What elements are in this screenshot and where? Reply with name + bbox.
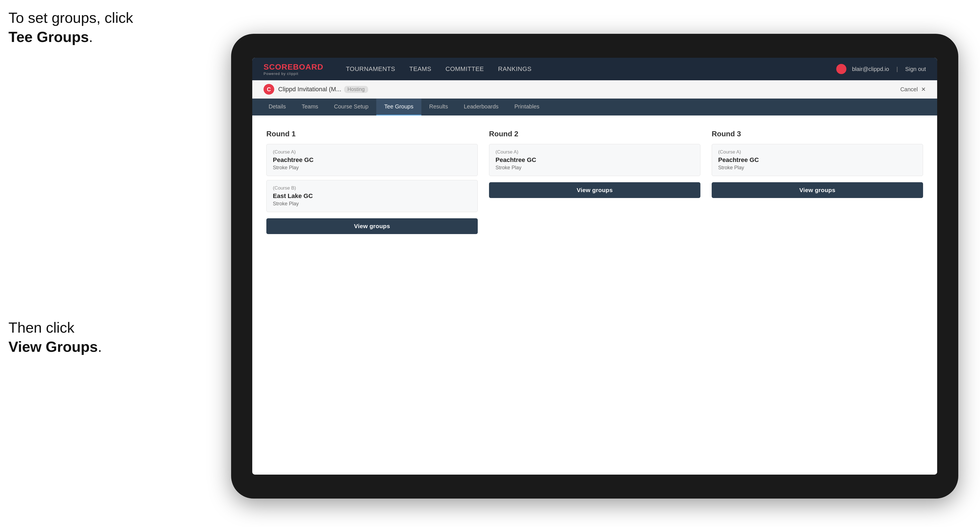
- round-2-title: Round 2: [489, 130, 700, 138]
- round-1-course-a-format: Stroke Play: [273, 165, 471, 171]
- tab-printables[interactable]: Printables: [506, 98, 547, 116]
- tab-results[interactable]: Results: [422, 98, 456, 116]
- round-3-course-a-format: Stroke Play: [718, 165, 916, 171]
- instruction-top: To set groups, click Tee Groups.: [8, 8, 133, 46]
- tab-tee-groups[interactable]: Tee Groups: [376, 98, 421, 116]
- round-1-course-b-name: East Lake GC: [273, 192, 471, 200]
- round-1-title: Round 1: [266, 130, 478, 138]
- round-3-course-a-card: (Course A) Peachtree GC Stroke Play: [712, 144, 923, 176]
- sign-out-link[interactable]: Sign out: [905, 66, 926, 72]
- round-1-course-b-format: Stroke Play: [273, 201, 471, 207]
- user-avatar: [836, 64, 846, 74]
- tournament-name: Clippd Invitational (M...: [278, 86, 341, 93]
- rounds-container: Round 1 (Course A) Peachtree GC Stroke P…: [266, 130, 923, 234]
- nav-committee[interactable]: COMMITTEE: [445, 65, 484, 73]
- nav-rankings[interactable]: RANKINGS: [498, 65, 531, 73]
- round-1-course-a-label: (Course A): [273, 149, 471, 155]
- instruction-bottom-period: .: [98, 338, 102, 355]
- tab-course-setup[interactable]: Course Setup: [326, 98, 376, 116]
- nav-tournaments[interactable]: TOURNAMENTS: [346, 65, 395, 73]
- round-3-course-a-name: Peachtree GC: [718, 156, 916, 163]
- round-2-course-a-format: Stroke Play: [495, 165, 694, 171]
- nav-right: blair@clippd.io | Sign out: [836, 64, 926, 74]
- user-email: blair@clippd.io: [852, 66, 889, 72]
- round-2-course-a-name: Peachtree GC: [495, 156, 694, 163]
- round-1-course-a-name: Peachtree GC: [273, 156, 471, 163]
- tablet-frame: SCOREBOARD Powered by clippit TOURNAMENT…: [231, 34, 958, 498]
- nav-links: TOURNAMENTS TEAMS COMMITTEE RANKINGS: [346, 65, 819, 73]
- round-2-course-a-card: (Course A) Peachtree GC Stroke Play: [489, 144, 700, 176]
- main-content: Round 1 (Course A) Peachtree GC Stroke P…: [252, 116, 937, 475]
- round-1-view-groups-button[interactable]: View groups: [266, 218, 478, 234]
- tab-leaderboards[interactable]: Leaderboards: [456, 98, 506, 116]
- tab-teams[interactable]: Teams: [294, 98, 326, 116]
- cancel-x-icon: ✕: [921, 86, 926, 92]
- round-2-view-groups-button[interactable]: View groups: [489, 182, 700, 198]
- round-1-course-a-card: (Course A) Peachtree GC Stroke Play: [266, 144, 478, 176]
- instruction-bottom-bold: View Groups: [8, 338, 98, 355]
- tournament-logo-letter: C: [267, 86, 271, 93]
- round-2-course-a-label: (Course A): [495, 149, 694, 155]
- round-3-view-groups-button[interactable]: View groups: [712, 182, 923, 198]
- instruction-top-period: .: [89, 29, 93, 45]
- round-1-course-b-label: (Course B): [273, 185, 471, 191]
- instruction-bottom-line1: Then click: [8, 319, 75, 336]
- sub-header: C Clippd Invitational (M... Hosting Canc…: [252, 80, 937, 98]
- round-1-column: Round 1 (Course A) Peachtree GC Stroke P…: [266, 130, 478, 234]
- cancel-button[interactable]: Cancel ✕: [900, 86, 926, 93]
- hosting-badge: Hosting: [344, 86, 368, 93]
- logo-scoreboard: SCOREBOARD: [264, 62, 323, 71]
- tournament-logo: C: [264, 84, 274, 95]
- round-2-column: Round 2 (Course A) Peachtree GC Stroke P…: [489, 130, 700, 234]
- tab-details[interactable]: Details: [261, 98, 294, 116]
- round-3-column: Round 3 (Course A) Peachtree GC Stroke P…: [712, 130, 923, 234]
- round-3-course-a-label: (Course A): [718, 149, 916, 155]
- tab-bar: Details Teams Course Setup Tee Groups Re…: [252, 98, 937, 116]
- logo-area: SCOREBOARD Powered by clippit: [264, 62, 323, 76]
- instruction-bottom: Then click View Groups.: [8, 318, 102, 356]
- round-3-title: Round 3: [712, 130, 923, 138]
- instruction-top-bold: Tee Groups: [8, 29, 89, 45]
- top-nav: SCOREBOARD Powered by clippit TOURNAMENT…: [252, 58, 937, 80]
- nav-teams[interactable]: TEAMS: [409, 65, 431, 73]
- tablet-screen: SCOREBOARD Powered by clippit TOURNAMENT…: [252, 58, 937, 475]
- logo-text: SCOREBOARD: [264, 62, 323, 71]
- logo-sub: Powered by clippit: [264, 71, 323, 76]
- instruction-top-line1: To set groups, click: [8, 10, 133, 26]
- round-1-course-b-card: (Course B) East Lake GC Stroke Play: [266, 180, 478, 212]
